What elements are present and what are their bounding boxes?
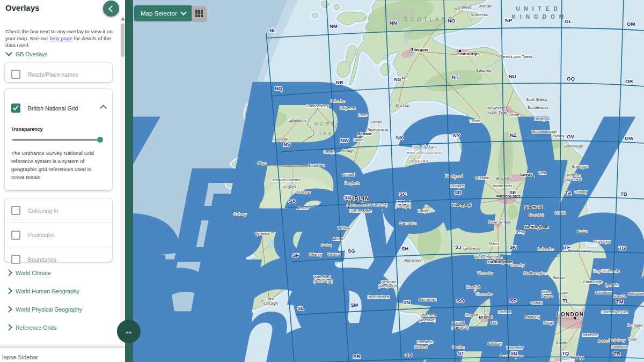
grid-square-label: TM	[616, 299, 624, 305]
city-label: Carlisle	[470, 119, 481, 123]
city-label: Scarborough	[564, 144, 583, 149]
city-label: Hereford	[467, 285, 480, 289]
chevron-left-icon	[108, 5, 115, 12]
map-area[interactable]: SCOTLANDENGLANDWALESIRELANDNORTHERNIRELA…	[133, 0, 644, 362]
roads-checkbox[interactable]	[11, 70, 20, 79]
grid-square-label: NU	[509, 73, 516, 79]
city-label: Reading	[525, 314, 540, 319]
grid-square-label: SK	[509, 244, 516, 250]
city-label: St Andrews	[471, 13, 488, 17]
landmass	[312, 13, 318, 18]
city-label: Oxford	[531, 300, 543, 305]
scroll-shade	[0, 344, 125, 348]
map-canvas[interactable]: SCOTLANDENGLANDWALESIRELANDNORTHERNIRELA…	[133, 0, 644, 362]
grid-square-label: NT	[452, 74, 459, 80]
city-label: Swindon	[498, 310, 511, 314]
city-label: Shrewsbury	[463, 247, 481, 252]
slider-track[interactable]	[12, 139, 97, 141]
intro-text: Check the box next to any overlay to vie…	[5, 28, 118, 49]
city-label: upon Tyne	[488, 110, 507, 115]
chevron-right-icon	[5, 287, 12, 294]
bng-label: British National Grid	[28, 105, 78, 112]
city-label: Mansfield	[529, 213, 544, 217]
city-label: LONDON	[557, 312, 584, 317]
city-label: Bradford	[496, 176, 511, 181]
city-label: Limerick	[255, 231, 270, 236]
colouring-row[interactable]: Colouring In	[5, 198, 112, 222]
city-label: Holyhead	[397, 200, 411, 204]
transparency-slider[interactable]	[12, 136, 105, 144]
city-label: Dundee	[458, 5, 472, 10]
grid-overlay-button[interactable]	[192, 6, 207, 21]
city-label: (Abergwaun)	[378, 284, 398, 289]
grid-square-label: SN	[403, 299, 410, 305]
city-label: Harwich	[614, 294, 626, 298]
city-label: Felixstowe	[628, 292, 644, 295]
city-label: Crawley	[556, 341, 569, 345]
gb-overlays-header[interactable]: GB Overlays	[6, 51, 48, 57]
city-label: Mullingar	[297, 190, 311, 195]
city-label: Glasgow	[410, 47, 428, 52]
grid-square-label: NN	[390, 20, 397, 26]
bng-description: The Ordnance Survey National Grid refere…	[11, 149, 106, 181]
city-label: Bath	[491, 321, 497, 324]
postcodes-row[interactable]: Postcodes	[5, 223, 112, 246]
grid-square-label: SB	[344, 194, 351, 200]
city-label: Blackpool	[445, 174, 463, 179]
city-label: Bideford	[414, 345, 427, 349]
section-world-climate[interactable]: World Climate	[6, 270, 51, 276]
city-label: Arbroath	[479, 4, 493, 8]
grid-square-label: TG	[619, 245, 626, 251]
chevron-up-icon[interactable]	[100, 105, 107, 112]
section-world-physical-geography[interactable]: World Physical Geography	[6, 306, 82, 313]
grid-square-label: NP	[505, 17, 513, 23]
help-page-link[interactable]: help page	[49, 35, 72, 41]
city-label: Newport	[465, 313, 478, 317]
colouring-checkbox[interactable]	[11, 206, 20, 215]
city-label: Arklow	[333, 237, 343, 241]
boundaries-row[interactable]: Boundaries	[5, 247, 112, 271]
grid-square-label: TA	[565, 190, 572, 196]
city-label: Ramsgate	[627, 323, 643, 328]
grid-square-label: SR	[353, 353, 360, 359]
city-label: Kilkenny	[309, 253, 323, 257]
grid-square-label: SD	[455, 189, 462, 195]
city-label: Bristol	[479, 315, 492, 320]
city-label: Wexford	[327, 253, 340, 256]
city-label: Dún Laoghaire	[349, 209, 372, 213]
city-label: Waterford	[313, 275, 331, 279]
grid-square-label: OV	[567, 134, 574, 139]
city-dot	[455, 8, 456, 10]
chevron-down-icon	[5, 49, 12, 56]
sea-label: Galway Bay	[133, 34, 638, 279]
slider-thumb[interactable]	[97, 137, 103, 143]
city-label: upon Hull	[567, 178, 582, 182]
grid-square-label: SP	[510, 298, 517, 304]
city-label: Liverpool	[452, 203, 471, 208]
landmass	[334, 4, 339, 10]
scroll-up-icon[interactable]	[121, 17, 125, 20]
bng-checkbox[interactable]	[11, 104, 20, 113]
city-label: King's Lynn	[594, 240, 611, 244]
boundaries-checkbox[interactable]	[11, 255, 20, 264]
postcodes-checkbox[interactable]	[11, 231, 20, 240]
app-window: SCOTLANDENGLANDWALESIRELANDNORTHERNIRELA…	[0, 0, 644, 362]
map-selector-button[interactable]: Map Selector	[134, 5, 192, 21]
sidebar-resize-handle[interactable]: ↔	[117, 320, 141, 343]
city-label: Isle of Man	[412, 144, 436, 150]
grid-square-label: OL	[565, 18, 572, 24]
scroll-thumb[interactable]	[121, 24, 125, 57]
grid-square-label: SJ	[455, 244, 462, 250]
roads-overlay-card[interactable]: Roads/Place names	[5, 63, 112, 82]
city-label: Leeds	[520, 172, 533, 177]
sidebar-scrollbar[interactable]	[120, 15, 125, 343]
collapse-sidebar-tooltip: lapse Sidebar	[1, 353, 40, 361]
city-label: Wolverhampton	[474, 255, 502, 260]
region-label: KINGDOM	[512, 14, 568, 20]
grid-square-label: SC	[399, 191, 406, 197]
section-reference-grids[interactable]: Reference Grids	[6, 324, 56, 331]
city-label: Keynes	[541, 294, 553, 299]
collapse-sidebar-button[interactable]	[103, 1, 119, 17]
grid-square-label: SF	[292, 252, 299, 258]
section-world-human-geography[interactable]: World Human Geography	[6, 288, 79, 294]
